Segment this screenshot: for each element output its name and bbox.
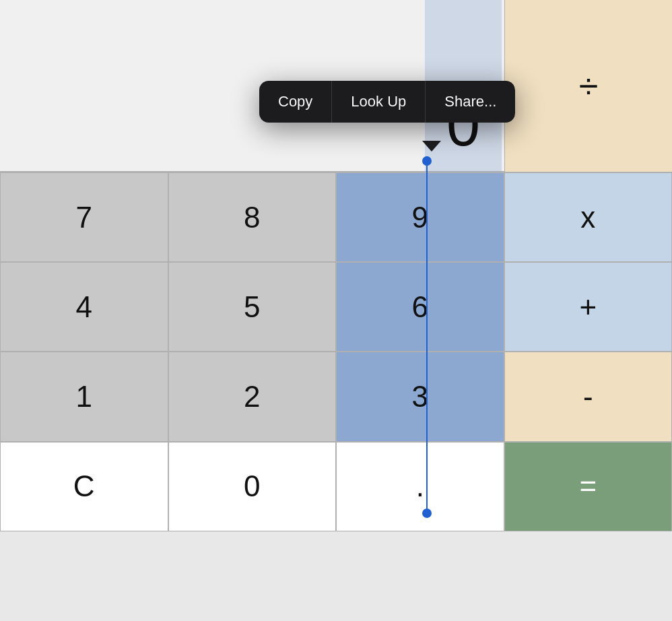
calculator: 0 ÷ 7 8 9 x 4 5 6 + [0,0,672,621]
context-menu-arrow [422,141,441,152]
key-decimal[interactable]: . [336,442,504,531]
display-operator: ÷ [579,66,599,106]
key-0[interactable]: 0 [168,442,337,531]
context-menu: Copy Look Up Share... [259,81,515,123]
selection-handle-bottom [422,509,432,518]
key-4[interactable]: 4 [0,262,168,352]
key-3[interactable]: 3 [336,352,504,441]
key-2[interactable]: 2 [168,352,337,441]
key-5[interactable]: 5 [168,262,337,352]
context-menu-look-up[interactable]: Look Up [332,81,426,123]
key-multiply[interactable]: x [504,172,673,262]
context-menu-share[interactable]: Share... [426,81,515,123]
key-8[interactable]: 8 [168,172,337,262]
context-menu-copy[interactable]: Copy [259,81,332,123]
selection-line [426,156,428,513]
key-equals[interactable]: = [504,442,673,531]
key-9[interactable]: 9 [336,172,504,262]
keypad: 7 8 9 x 4 5 6 + 1 2 3 [0,172,672,621]
key-1[interactable]: 1 [0,352,168,441]
key-7[interactable]: 7 [0,172,168,262]
key-add[interactable]: + [504,262,673,352]
key-clear[interactable]: C [0,442,168,531]
key-6[interactable]: 6 [336,262,504,352]
display-operator-area: ÷ [504,0,672,172]
key-subtract[interactable]: - [504,352,673,441]
